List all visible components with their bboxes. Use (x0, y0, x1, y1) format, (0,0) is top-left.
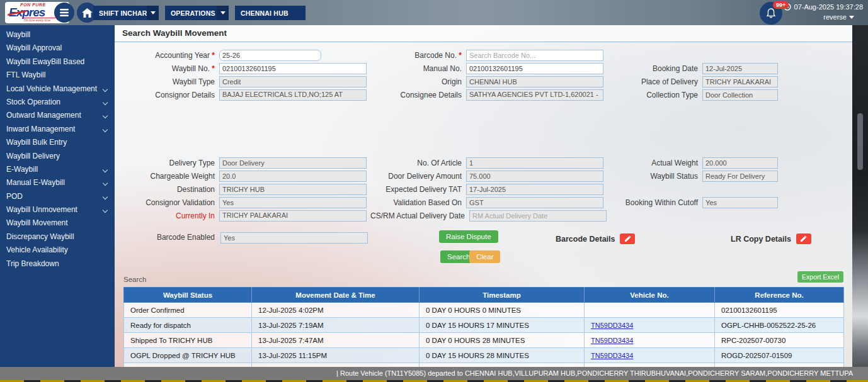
page-scrollbar[interactable] (852, 25, 868, 380)
destination-label: Destination (115, 184, 219, 196)
waybill-no-input[interactable] (219, 63, 367, 74)
table-row: Ready for dispatch 13-Jul-2025 7:19AM 0 … (124, 318, 844, 333)
vehicle-link[interactable]: TN59DD3434 (591, 322, 633, 329)
delivery-type-field: Delivery Type (115, 157, 370, 171)
cell-status: Ready for dispatch (124, 318, 252, 333)
chevron-down-icon (151, 11, 156, 14)
chargeable-weight-label: Chargeable Weight (115, 171, 219, 183)
barcode-enabled-input (220, 232, 368, 244)
consignee-details-textarea (466, 89, 603, 101)
booking-within-cutoff-input (702, 197, 778, 208)
sidebar-item-e-waybill[interactable]: E-Waybill (0, 163, 115, 176)
sidebar-item-local-vehicle-management[interactable]: Local Vehicle Management (0, 82, 115, 96)
chevron-down-icon (103, 167, 108, 172)
chevron-down-icon (103, 208, 108, 213)
sidebar-item-waybill-delivery[interactable]: Waybill Delivery (0, 150, 115, 163)
place-of-delivery-label: Place of Delivery (607, 76, 702, 88)
barcode-no-input[interactable] (466, 50, 603, 61)
consignor-validation-field: Consignor Validation (115, 197, 370, 210)
vehicle-link[interactable]: TN59DD3434 (591, 352, 633, 359)
hub-field-value: CHENNAI HUB (241, 9, 288, 17)
cell-status: Order Confirmed (124, 303, 252, 318)
department-dropdown-caret[interactable] (217, 6, 229, 20)
user-menu-label: reverse (823, 13, 847, 21)
actual-weight-input (702, 157, 778, 169)
lr-copy-details-edit-button[interactable] (796, 233, 811, 244)
hub-field[interactable]: CHENNAI HUB (235, 6, 306, 20)
col-reference-no: Reference No. (715, 288, 844, 303)
raise-dispute-button[interactable]: Raise Dispute (439, 230, 498, 243)
sidebar-item-pod[interactable]: POD (0, 190, 115, 203)
sidebar-item-discrepancy-waybill[interactable]: Discrepancy Waybill (0, 230, 115, 244)
sidebar-item-waybill[interactable]: Waybill (0, 28, 115, 42)
cell-timestamp: 0 DAY 0 HOURS 28 MINUTES (420, 333, 585, 348)
chevron-down-icon (103, 194, 108, 199)
datetime-text: 07-Aug-2025 19:37:28 (794, 3, 863, 11)
top-header: PON PURE Expres On time every time SHIFT… (0, 0, 868, 25)
cell-reference: RPC-202507-00730 (715, 333, 844, 348)
sidebar-item-ftl-waybill[interactable]: FTL Waybill (0, 69, 115, 82)
place-of-delivery-field: Place of Delivery (607, 76, 852, 89)
role-dropdown-caret[interactable] (147, 6, 159, 20)
currently-in-textarea (219, 210, 367, 222)
chevron-down-icon (103, 86, 108, 91)
consignor-validation-label: Consignor Validation (115, 197, 219, 209)
validation-based-on-input (466, 197, 603, 208)
expected-delivery-tat-input (466, 184, 603, 195)
actual-weight-label: Actual Weight (607, 157, 702, 169)
clear-button[interactable]: Clear (469, 250, 500, 263)
chevron-down-icon (103, 100, 108, 105)
door-delivery-amount-field: Door Delivery Amount (370, 171, 607, 184)
col-vehicle-no: Vehicle No. (585, 288, 715, 303)
sidebar-item-vehicle-availability[interactable]: Vehicle Availability (0, 244, 115, 257)
sidebar-item-inward-management[interactable]: Inward Management (0, 123, 115, 136)
sidebar-item-waybill-approval[interactable]: Waybill Approval (0, 42, 115, 55)
waybill-status-field: Waybill Status (607, 171, 852, 184)
sidebar-item-waybill-movement[interactable]: Waybill Movement (0, 216, 115, 230)
booking-date-input (702, 63, 778, 74)
menu-button[interactable] (54, 3, 74, 23)
scrollbar-thumb[interactable] (857, 113, 863, 170)
chevron-down-icon (220, 11, 226, 14)
department-dropdown-value: OPERATIONS (171, 9, 215, 17)
col-waybill-status: Waybill Status (124, 288, 252, 303)
department-dropdown[interactable]: OPERATIONS (165, 6, 229, 20)
expected-delivery-tat-field: Expected Delivery TAT (370, 184, 607, 197)
sidebar-item-manual-e-waybill[interactable]: Manual E-Waybill (0, 176, 115, 189)
waybill-no-field: Waybill No. (115, 63, 370, 76)
barcode-details-group: Barcode Details (556, 233, 635, 244)
place-of-delivery-input (702, 76, 778, 87)
csrm-actual-delivery-date-field: CS/RM Actual Delivery Date (370, 210, 607, 232)
sidebar-item-waybill-bulk-entry[interactable]: Waybill Bulk Entry (0, 136, 115, 149)
role-dropdown[interactable]: SHIFT INCHARGE (93, 6, 159, 20)
lr-copy-details-group: LR Copy Details (731, 233, 811, 244)
sidebar-item-outward-management[interactable]: Outward Management (0, 109, 115, 122)
user-menu[interactable]: reverse (823, 13, 854, 21)
manual-no-input[interactable] (466, 63, 603, 74)
export-excel-button[interactable]: Export Excel (797, 271, 843, 283)
expected-delivery-tat-label: Expected Delivery TAT (370, 184, 466, 196)
barcode-details-edit-button[interactable] (620, 233, 635, 244)
consignor-details-label: Consignor Details (115, 89, 219, 101)
home-icon (82, 8, 93, 18)
accounting-year-label: Accounting Year (115, 50, 219, 62)
movement-table: Waybill Status Movement Date & Time Time… (123, 287, 844, 367)
bell-icon (766, 8, 776, 19)
accounting-year-select[interactable] (219, 50, 321, 61)
door-delivery-amount-input (466, 171, 603, 182)
hamburger-icon (59, 8, 69, 17)
manual-no-field: Manual No. (370, 63, 607, 76)
sidebar-item-trip-breakdown[interactable]: Trip Breakdown (0, 257, 115, 271)
cell-reference: ROGD-202507-01509 (715, 348, 844, 363)
sidebar-item-waybill-unmovement[interactable]: Waybill Unmovement (0, 203, 115, 216)
sidebar-item-waybill-ewaybill-based[interactable]: Waybill EwayBill Based (0, 55, 115, 69)
sidebar-item-stock-operation[interactable]: Stock Operation (0, 96, 115, 109)
accounting-year-field: Accounting Year (115, 50, 370, 63)
vehicle-link[interactable]: TN59DD3434 (591, 337, 633, 344)
delivery-type-label: Delivery Type (115, 157, 219, 169)
results-section-label: Search (123, 276, 146, 283)
collection-type-field: Collection Type (607, 89, 852, 157)
cell-status: Shipped To TRICHY HUB (124, 333, 252, 348)
waybill-form: Accounting Year Barcode No. Waybill No. … (115, 50, 852, 264)
table-row: Order Confirmed 12-Jul-2025 4:02PM 0 DAY… (124, 303, 844, 318)
